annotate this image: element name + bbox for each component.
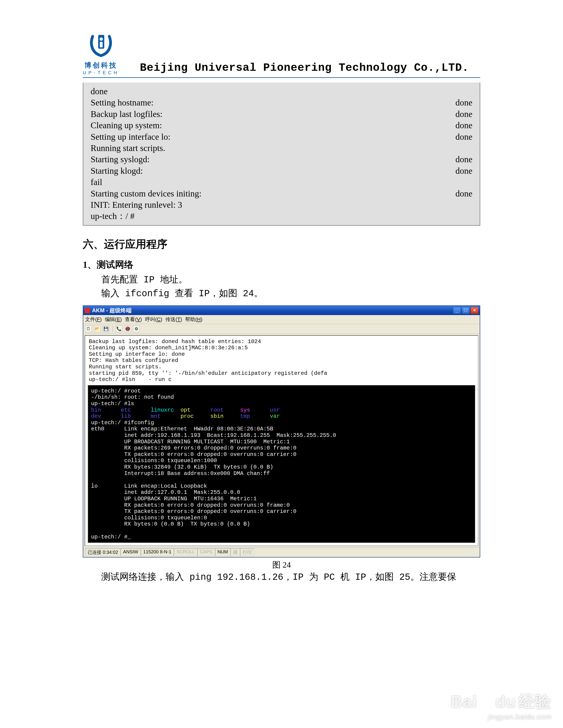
svg-point-4 bbox=[485, 699, 488, 703]
boot-log-box: doneSetting hostname:doneBackup last log… bbox=[83, 82, 480, 226]
svg-point-6 bbox=[483, 704, 490, 710]
maximize-button[interactable]: □ bbox=[462, 307, 470, 314]
menu-item[interactable]: 帮助(H) bbox=[185, 316, 202, 323]
statusbar: 已连接 0:34:02 ANSIW 115200 8-N-1 SCROLL CA… bbox=[83, 547, 480, 557]
paw-icon bbox=[479, 696, 493, 708]
svg-point-1 bbox=[100, 37, 103, 41]
baidu-watermark: Bai du 经验 jingyan.baidu.com bbox=[451, 691, 552, 721]
boot-row: up-tech：/ # bbox=[91, 210, 472, 222]
paragraph-1: 首先配置 IP 地址。 bbox=[101, 273, 480, 287]
boot-row: Setting hostname:done bbox=[91, 97, 472, 108]
hyperterminal-window: AKM - 超级终端 _ □ × 文件(F)编辑(E)查看(V)呼叫(C)传送(… bbox=[83, 305, 480, 557]
boot-row: Running start scripts. bbox=[91, 142, 472, 154]
watermark-text-en2: du bbox=[495, 693, 516, 711]
toolbar-separator bbox=[112, 326, 113, 332]
uptech-logo-icon bbox=[87, 32, 115, 60]
toolbar: 🗋 📂 💾 📞 📵 ⚙ bbox=[83, 324, 480, 334]
subsection-heading: 1、测试网络 bbox=[83, 258, 480, 271]
status-connection: 已连接 0:34:02 bbox=[85, 549, 120, 556]
status-capture: 捕 bbox=[230, 549, 240, 556]
window-title: AKM - 超级终端 bbox=[92, 307, 131, 314]
logo-block: 博创科技 UP-TECH bbox=[83, 32, 119, 75]
terminal-white-area[interactable]: Backup last logfiles: doned hash table e… bbox=[87, 338, 476, 384]
menu-item[interactable]: 呼叫(C) bbox=[145, 316, 162, 323]
svg-point-3 bbox=[481, 700, 484, 705]
section-heading: 六、运行应用程序 bbox=[83, 237, 480, 251]
status-scroll: SCROLL bbox=[174, 549, 197, 556]
svg-rect-2 bbox=[100, 42, 103, 47]
boot-row: Starting klogd:done bbox=[91, 165, 472, 176]
connect-icon[interactable]: 📞 bbox=[115, 325, 122, 332]
new-icon[interactable]: 🗋 bbox=[85, 325, 92, 332]
boot-row: Cleaning up system:done bbox=[91, 120, 472, 131]
menu-item[interactable]: 传送(T) bbox=[165, 316, 182, 323]
status-terminal-type: ANSIW bbox=[120, 549, 141, 556]
boot-row: fail bbox=[91, 176, 472, 188]
disconnect-icon[interactable]: 📵 bbox=[124, 325, 131, 332]
boot-row: Backup last logfiles:done bbox=[91, 108, 472, 120]
status-num: NUM bbox=[215, 549, 231, 556]
watermark-text-en: Bai bbox=[451, 693, 477, 711]
paragraph-2: 输入 ifconfig 查看 IP，如图 24。 bbox=[101, 287, 480, 301]
boot-row: done bbox=[91, 86, 472, 97]
logo-text-cn: 博创科技 bbox=[84, 61, 117, 70]
logo-text-en: UP-TECH bbox=[83, 70, 119, 75]
figure-caption: 图 24 bbox=[83, 559, 480, 571]
terminal-content-frame: Backup last logfiles: doned hash table e… bbox=[85, 335, 478, 546]
open-icon[interactable]: 📂 bbox=[94, 325, 101, 332]
paragraph-3: 测试网络连接，输入 ping 192.168.1.26，IP 为 PC 机 IP… bbox=[101, 571, 480, 584]
svg-point-5 bbox=[488, 700, 492, 705]
minimize-button[interactable]: _ bbox=[453, 307, 461, 314]
save-icon[interactable]: 💾 bbox=[103, 325, 109, 332]
boot-row: Starting syslogd:done bbox=[91, 154, 472, 165]
status-print: 打印 bbox=[240, 549, 254, 556]
status-baud: 115200 8-N-1 bbox=[141, 549, 174, 556]
close-button[interactable]: × bbox=[471, 307, 478, 314]
status-caps: CAPS bbox=[197, 549, 215, 556]
window-titlebar[interactable]: AKM - 超级终端 _ □ × bbox=[83, 306, 480, 315]
watermark-url: jingyan.baidu.com bbox=[451, 713, 552, 721]
properties-icon[interactable]: ⚙ bbox=[133, 325, 140, 332]
company-title: Beijing Universal Pioneering Technology … bbox=[128, 62, 480, 75]
app-icon bbox=[85, 308, 90, 313]
watermark-text-cn: 经验 bbox=[518, 691, 552, 713]
boot-row: Setting up interface lo:done bbox=[91, 131, 472, 142]
menu-item[interactable]: 查看(V) bbox=[125, 316, 142, 323]
boot-row: INIT: Entering runlevel: 3 bbox=[91, 199, 472, 210]
menu-item[interactable]: 文件(F) bbox=[85, 316, 102, 323]
menu-item[interactable]: 编辑(E) bbox=[105, 316, 122, 323]
terminal-black-area[interactable]: up-tech:/ #root -/bin/sh: root: not foun… bbox=[88, 385, 475, 543]
menubar: 文件(F)编辑(E)查看(V)呼叫(C)传送(T)帮助(H) bbox=[83, 315, 480, 324]
page-header: 博创科技 UP-TECH Beijing Universal Pioneerin… bbox=[83, 32, 480, 78]
boot-row: Starting custom devices initing:done bbox=[91, 188, 472, 199]
